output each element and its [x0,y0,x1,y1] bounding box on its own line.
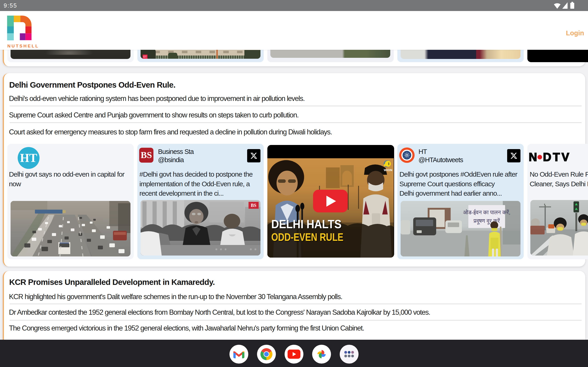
svg-text:DTV: DTV [543,152,569,162]
svg-text:N: N [529,152,537,162]
svg-text:WION: WION [384,168,392,172]
svg-text:ओड-ईवन का पालन करें,: ओड-ईवन का पालन करें, [463,209,510,215]
svg-text:BS: BS [251,203,256,208]
